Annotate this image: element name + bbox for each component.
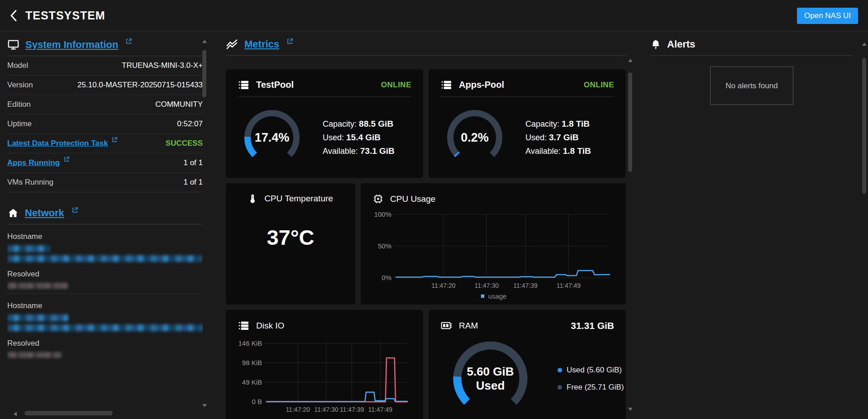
card-header: RAM 31.31 GiB: [440, 320, 614, 331]
alerts-header: Alerts: [650, 32, 853, 56]
divider: [440, 96, 614, 97]
cpu-chip-icon: [372, 193, 384, 205]
monitor-icon: [7, 38, 19, 51]
pool-usage-gauge: 17.4%: [241, 107, 303, 168]
ram-used-value: 5.60 GiB: [467, 365, 514, 379]
scroll-up-arrow[interactable]: [202, 40, 207, 43]
page-title: TESTSYSTEM: [25, 9, 105, 22]
scrollbar-thumb[interactable]: [862, 58, 866, 194]
ram-card: RAM 31.31 GiB 5.60 GiB Used: [429, 310, 626, 419]
legend-marker: [480, 294, 485, 299]
ram-chip-icon: [440, 320, 453, 331]
scroll-left-arrow[interactable]: [14, 412, 17, 416]
cpu-temperature-card: CPU Temperature 37°C: [226, 183, 355, 305]
scroll-down-arrow[interactable]: [202, 404, 207, 407]
resolved-label: Resolved: [7, 339, 203, 348]
cpu-usage-card: CPU Usage 0%50%100%11:47:2011:47:3011:47…: [361, 183, 626, 305]
cpu-usage-legend-item[interactable]: usage: [372, 292, 614, 300]
pool-usage-gauge: 0.2%: [444, 107, 506, 168]
row-value: 25.10.0-MASTER-20250715-015433: [77, 81, 203, 90]
svg-text:11:47:20: 11:47:20: [431, 282, 456, 289]
hostname-label: Hostname: [7, 232, 203, 241]
row-value: 1 of 1: [183, 158, 203, 167]
resolved-value-redacted: [7, 352, 62, 358]
back-button[interactable]: [10, 10, 17, 22]
svg-text:98 KiB: 98 KiB: [242, 359, 262, 367]
pool-available: 1.8 TiB: [563, 146, 591, 156]
pool-available: 73.1 GiB: [360, 146, 395, 156]
metrics-zigzag-icon: [226, 39, 238, 50]
card-title: RAM: [459, 321, 478, 331]
divider: [238, 96, 411, 97]
svg-text:0%: 0%: [382, 274, 391, 281]
truecommand-system-page: TESTSYSTEM Open NAS UI System Informatio…: [0, 0, 868, 419]
external-link-icon: [126, 38, 132, 44]
legend-item-free: Free (25.71 GiB): [558, 383, 624, 392]
pool-icon: [440, 79, 453, 90]
alerts-title: Alerts: [667, 38, 695, 50]
disk-io-card: Disk IO 0 B49 KiB98 KiB146 KiB11:47:2011…: [226, 310, 423, 419]
network-link[interactable]: Network: [25, 207, 64, 219]
metrics-cards: TestPool ONLINE 17.4% Capacity: 88.5 GiB: [226, 69, 626, 419]
metrics-link[interactable]: Metrics: [244, 38, 279, 50]
external-link-icon: [72, 207, 78, 213]
scroll-up-arrow[interactable]: [862, 43, 867, 46]
apps-running-link[interactable]: Apps Running: [7, 158, 60, 167]
legend-dot-free: [558, 385, 562, 390]
svg-text:11:47:49: 11:47:49: [368, 406, 393, 413]
row-value: COMMUNITY: [155, 100, 203, 109]
cpu-usage-chart: 0%50%100%11:47:2011:47:3011:47:3911:47:4…: [372, 211, 614, 291]
external-link-icon: [64, 157, 69, 162]
scroll-down-arrow[interactable]: [628, 408, 633, 411]
external-link-icon: [112, 137, 117, 143]
network-host-block: Hostname Resolved: [7, 301, 203, 358]
open-nas-ui-button[interactable]: Open NAS UI: [797, 8, 858, 24]
svg-text:11:47:39: 11:47:39: [340, 406, 364, 413]
card-header: CPU Usage: [372, 193, 614, 205]
system-information-link[interactable]: System Information: [25, 39, 118, 51]
row-value: TRUENAS-MINI-3.0-X+: [122, 61, 203, 70]
sidebar-horizontal-scrollbar: [7, 411, 203, 417]
pool-body: 17.4% Capacity: 88.5 GiB Used: 15.4 GiB …: [241, 107, 411, 168]
table-row-version: Version 25.10.0-MASTER-20250715-015433: [7, 76, 203, 95]
status-badge-success: SUCCESS: [166, 139, 203, 148]
scrollbar-thumb[interactable]: [24, 411, 113, 415]
hostname-value-redacted: [7, 245, 50, 252]
svg-text:11:47:39: 11:47:39: [513, 282, 538, 289]
pool-percent: 0.2%: [461, 131, 489, 145]
scrollbar-thumb[interactable]: [202, 50, 206, 97]
table-row-uptime: Uptime 0:52:07: [7, 114, 203, 134]
table-row-vms-running: VMs Running 1 of 1: [7, 173, 203, 192]
alerts-section: Alerts No alerts found: [650, 32, 853, 419]
pool-percent: 17.4%: [255, 131, 290, 145]
ram-body: 5.60 GiB Used Used (5.60 GiB): [440, 337, 614, 419]
cards-row-cpu: CPU Temperature 37°C: [226, 183, 626, 305]
thermometer-icon: [248, 193, 258, 204]
pool-name: TestPool: [256, 80, 294, 90]
pool-icon: [238, 79, 250, 90]
latest-data-protection-task-link[interactable]: Latest Data Protection Task: [7, 139, 108, 148]
metrics-header: Metrics: [226, 32, 626, 56]
metrics-section: Metrics: [226, 32, 626, 419]
svg-text:50%: 50%: [378, 242, 391, 250]
table-row-model: Model TRUENAS-MINI-3.0-X+: [7, 56, 203, 76]
content: System Information Model TRUENAS-MINI-3.…: [0, 32, 868, 419]
svg-text:11:47:30: 11:47:30: [314, 406, 339, 413]
pool-status-badge: ONLINE: [584, 81, 614, 90]
page-vertical-scrollbar: [862, 36, 867, 414]
card-header: Apps-Pool ONLINE: [440, 79, 614, 90]
scroll-up-arrow[interactable]: [628, 59, 633, 62]
row-value: 0:52:07: [177, 119, 203, 129]
cpu-temperature-value: 37°C: [238, 225, 343, 250]
card-header: Disk IO: [238, 320, 411, 331]
system-sidebar: System Information Model TRUENAS-MINI-3.…: [7, 32, 203, 419]
ram-total: 31.31 GiB: [571, 320, 614, 331]
scrollbar-thumb[interactable]: [628, 72, 632, 172]
svg-text:11:47:30: 11:47:30: [475, 282, 499, 289]
resolved-value-redacted: [7, 283, 68, 289]
table-row-edition: Edition COMMUNITY: [7, 95, 203, 114]
svg-text:11:47:20: 11:47:20: [286, 406, 310, 413]
card-title: CPU Usage: [390, 194, 435, 204]
legend-item-used: Used (5.60 GiB): [558, 366, 624, 375]
resolved-label: Resolved: [7, 270, 203, 279]
